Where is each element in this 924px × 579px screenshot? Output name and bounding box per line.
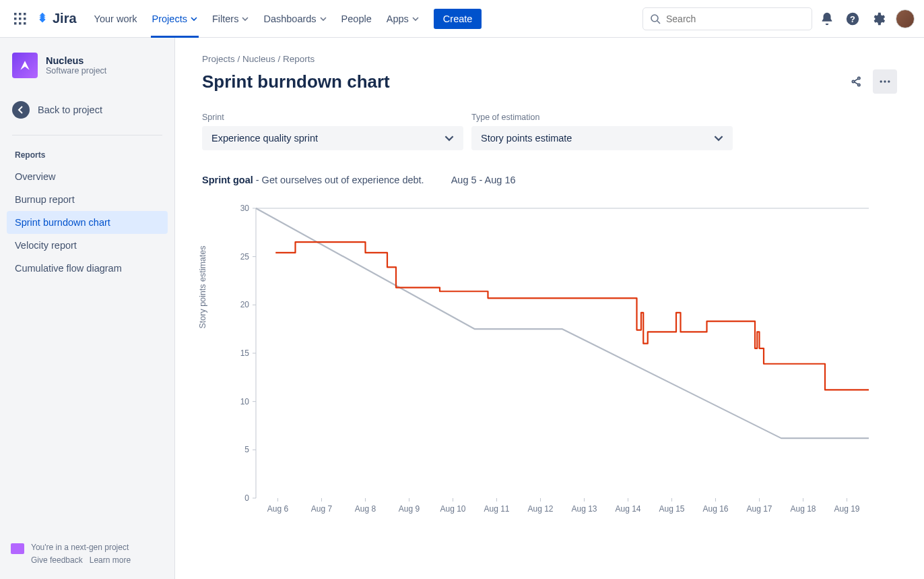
svg-rect-8 [24,22,26,25]
sidebar-footer: You're in a next-gen project Give feedba… [7,537,168,567]
sprint-select[interactable]: Experience quality sprint [202,126,463,150]
nav-projects[interactable]: Projects [145,9,204,28]
svg-text:20: 20 [240,300,250,309]
divider [12,135,162,135]
svg-rect-5 [24,18,26,20]
more-button[interactable] [873,69,897,94]
sprint-select-label: Sprint [202,113,463,122]
svg-point-9 [651,15,658,22]
project-icon [12,53,38,78]
nav-people[interactable]: People [335,9,378,28]
help-icon[interactable]: ? [842,8,863,30]
notifications-icon[interactable] [816,8,838,30]
next-gen-icon [11,543,24,554]
search-input[interactable] [642,7,812,30]
sidebar-item-cumulative[interactable]: Cumulative flow diagram [7,257,168,280]
svg-text:Aug 7: Aug 7 [311,504,333,514]
project-type: Software project [46,66,106,75]
svg-rect-2 [24,13,26,16]
project-header[interactable]: Nucleus Software project [7,50,168,81]
svg-rect-3 [14,18,17,20]
nav-your-work[interactable]: Your work [88,9,144,28]
estimation-select[interactable]: Story points estimate [471,126,733,150]
chevron-down-icon [320,16,327,22]
breadcrumb[interactable]: Projects / Nucleus / Reports [202,54,897,64]
project-name: Nucleus [46,55,106,66]
svg-text:Aug 12: Aug 12 [527,504,553,514]
svg-text:Aug 10: Aug 10 [440,504,465,514]
svg-text:Aug 9: Aug 9 [399,504,420,514]
svg-text:Aug 11: Aug 11 [484,504,509,514]
top-nav: Jira Your work Projects Filters Dashboar… [0,0,924,38]
learn-more-link[interactable]: Learn more [90,555,131,565]
svg-text:Aug 6: Aug 6 [267,504,289,514]
svg-text:Aug 8: Aug 8 [355,504,376,514]
share-button[interactable] [845,69,869,94]
burndown-chart: Story points estimates 051015202530Aug 6… [202,202,897,539]
y-axis-label: Story points estimates [198,246,207,329]
svg-text:Aug 16: Aug 16 [702,504,728,514]
svg-rect-0 [14,13,17,16]
give-feedback-link[interactable]: Give feedback [31,555,83,565]
svg-text:10: 10 [240,397,250,406]
jira-wordmark: Jira [53,11,77,26]
estimation-select-label: Type of estimation [471,113,733,122]
arrow-left-icon [12,101,30,119]
svg-point-15 [888,80,890,82]
sidebar-item-burnup[interactable]: Burnup report [7,188,168,211]
chevron-down-icon [191,16,197,22]
app-switcher-icon[interactable] [9,8,31,30]
sidebar-section-title: Reports [7,145,168,165]
nav-apps[interactable]: Apps [380,9,426,28]
svg-text:Aug 13: Aug 13 [571,504,597,514]
svg-rect-6 [14,22,17,25]
svg-text:Aug 14: Aug 14 [615,504,640,514]
chevron-down-icon [412,16,419,22]
search-icon [650,13,661,24]
jira-logo[interactable]: Jira [35,11,77,26]
nav-items: Your work Projects Filters Dashboards Pe… [88,9,482,29]
nav-filters[interactable]: Filters [205,9,255,28]
svg-text:Aug 18: Aug 18 [790,504,816,514]
page-title: Sprint burndown chart [202,71,390,92]
chevron-down-icon [444,133,454,143]
svg-rect-7 [19,22,22,25]
sidebar-item-overview[interactable]: Overview [7,165,168,188]
sprint-goal: Sprint goal - Get ourselves out of exper… [202,175,424,185]
svg-point-13 [880,80,882,82]
svg-point-14 [884,80,886,82]
chevron-down-icon [714,133,723,143]
svg-text:?: ? [850,13,855,24]
svg-text:Aug 15: Aug 15 [659,504,684,514]
create-button[interactable]: Create [434,9,482,29]
settings-icon[interactable] [867,8,889,30]
sidebar-item-sprint-burndown[interactable]: Sprint burndown chart [7,211,168,234]
svg-text:5: 5 [244,445,249,454]
footer-info: You're in a next-gen project [31,541,137,554]
svg-text:25: 25 [240,252,250,262]
svg-text:Aug 19: Aug 19 [834,504,859,514]
chevron-down-icon [242,16,249,22]
avatar[interactable] [896,9,915,28]
svg-rect-4 [19,18,22,20]
sprint-dates: Aug 5 - Aug 16 [451,175,516,185]
back-to-project[interactable]: Back to project [7,94,168,125]
svg-rect-1 [19,13,22,16]
main-content: Projects / Nucleus / Reports Sprint burn… [175,38,924,579]
chart-svg: 051015202530Aug 6Aug 7Aug 8Aug 9Aug 10Au… [202,202,876,539]
sidebar-item-velocity[interactable]: Velocity report [7,234,168,257]
svg-text:30: 30 [240,204,250,213]
svg-text:15: 15 [240,348,250,358]
sidebar: Nucleus Software project Back to project… [0,38,175,579]
svg-line-10 [657,21,660,24]
nav-dashboards[interactable]: Dashboards [257,9,333,28]
svg-text:Aug 17: Aug 17 [746,504,772,514]
svg-text:0: 0 [244,493,249,503]
